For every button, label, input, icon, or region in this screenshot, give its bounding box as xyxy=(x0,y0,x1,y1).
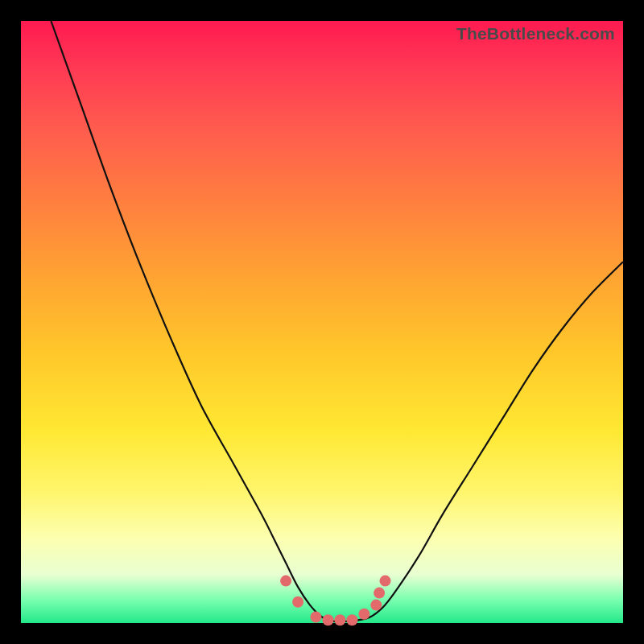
valley-marker xyxy=(323,614,334,625)
valley-marker xyxy=(346,614,357,625)
bottleneck-curve xyxy=(21,21,623,623)
valley-marker xyxy=(358,609,369,620)
chart-frame: TheBottleneck.com xyxy=(0,0,644,644)
valley-marker xyxy=(374,588,385,599)
valley-marker xyxy=(292,597,303,608)
valley-marker xyxy=(370,600,382,611)
plot-area: TheBottleneck.com xyxy=(21,21,623,623)
valley-marker xyxy=(334,614,345,625)
valley-marker xyxy=(380,576,391,587)
valley-marker xyxy=(311,612,322,623)
valley-markers xyxy=(280,576,390,626)
valley-marker xyxy=(280,576,291,587)
curve-line xyxy=(51,21,623,621)
